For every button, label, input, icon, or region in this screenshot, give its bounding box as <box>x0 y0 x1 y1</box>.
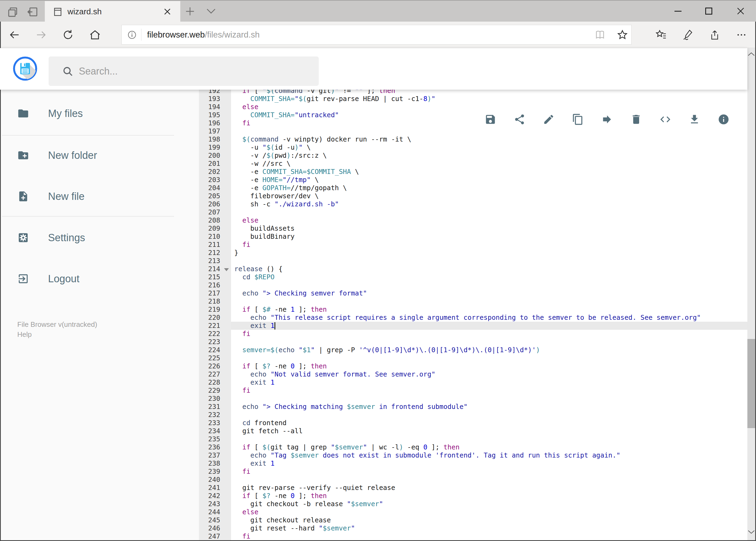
back-icon[interactable] <box>8 29 20 41</box>
code-text[interactable]: release () { <box>231 265 747 273</box>
scroll-up-icon[interactable] <box>748 52 755 59</box>
search-box[interactable] <box>49 56 319 86</box>
code-text[interactable]: semver=$(echo "$1" | grep -P '^v(0|[1-9]… <box>231 346 747 354</box>
code-text[interactable] <box>231 354 747 362</box>
sidebar-item-logout[interactable]: Logout <box>17 268 79 289</box>
share-page-icon[interactable] <box>708 29 720 41</box>
delete-icon[interactable] <box>630 114 642 125</box>
window-close-button[interactable] <box>729 1 752 22</box>
code-text[interactable]: buildBinary <box>231 233 747 241</box>
code-text[interactable]: filebrowser/dev \ <box>231 192 747 200</box>
new-tab-icon[interactable] <box>184 5 196 17</box>
set-tabs-aside-icon[interactable] <box>26 6 38 18</box>
code-text[interactable]: echo "Not valid semver format. See semve… <box>231 370 747 378</box>
copy-icon[interactable] <box>572 114 584 125</box>
code-text[interactable] <box>231 281 747 289</box>
code-text[interactable]: echo "> Checking matching $semver in fro… <box>231 403 747 411</box>
code-text[interactable] <box>231 338 747 346</box>
code-text[interactable] <box>231 257 747 265</box>
code-text[interactable] <box>231 208 747 216</box>
address-bar[interactable]: filebrowser.web/files/wizard.sh <box>122 25 631 45</box>
refresh-icon[interactable] <box>62 29 74 41</box>
code-icon[interactable] <box>659 114 671 125</box>
url-text[interactable]: filebrowser.web/files/wizard.sh <box>147 25 260 44</box>
info-icon[interactable] <box>718 114 730 125</box>
code-text[interactable] <box>231 476 747 484</box>
code-text[interactable]: buildAssets <box>231 225 747 233</box>
code-text[interactable]: if [ $(git tag | grep "$semver" | wc -l)… <box>231 443 747 451</box>
save-icon[interactable] <box>484 114 496 125</box>
code-text[interactable]: } <box>231 249 747 257</box>
scrollbar-thumb[interactable] <box>747 339 755 428</box>
code-text[interactable]: -w //src \ <box>231 160 747 168</box>
scroll-down-icon[interactable] <box>748 530 755 537</box>
code-text[interactable]: echo "> Checking semver format" <box>231 289 747 297</box>
download-icon[interactable] <box>688 114 700 125</box>
code-text[interactable]: else <box>231 103 747 111</box>
code-text[interactable]: cd frontend <box>231 419 747 427</box>
code-editor[interactable]: 192 if [ "$(command -v git)" != "" ]; th… <box>199 90 747 541</box>
code-text[interactable]: git rev-parse --verify --quiet release <box>231 484 747 492</box>
code-text[interactable]: fi <box>231 532 747 540</box>
move-icon[interactable] <box>601 114 613 125</box>
code-text[interactable] <box>231 127 747 135</box>
code-text[interactable]: git fetch --all <box>231 427 747 435</box>
code-text[interactable]: fi <box>231 241 747 249</box>
code-text[interactable]: git checkout release <box>231 516 747 524</box>
sidebar-item-new-folder[interactable]: New folder <box>17 145 97 166</box>
filebrowser-logo[interactable] <box>13 56 37 81</box>
code-text[interactable]: fi <box>231 386 747 395</box>
tab-list-chevron-icon[interactable] <box>205 8 217 16</box>
code-text[interactable]: git reset --hard "$semver" <box>231 524 747 532</box>
page-scrollbar[interactable] <box>747 48 755 541</box>
window-maximize-button[interactable] <box>697 1 720 22</box>
code-text[interactable]: if [ "$(command -v git)" != "" ]; then <box>231 90 747 95</box>
search-input[interactable] <box>79 56 311 86</box>
code-text[interactable]: sh -c "./wizard.sh -b" <box>231 200 747 208</box>
browser-tab[interactable]: wizard.sh <box>45 1 180 22</box>
site-info-icon[interactable] <box>127 30 137 40</box>
code-text[interactable]: else <box>231 216 747 225</box>
forward-icon[interactable] <box>35 29 47 41</box>
code-text[interactable]: -e GOPATH=//tmp/gopath \ <box>231 184 747 192</box>
code-text[interactable]: if [ $? -ne 0 ]; then <box>231 362 747 370</box>
code-text[interactable]: -e COMMIT_SHA=$COMMIT_SHA \ <box>231 168 747 176</box>
sidebar-item-settings[interactable]: Settings <box>17 227 85 249</box>
share-icon[interactable] <box>514 114 526 125</box>
more-menu-icon[interactable] <box>735 29 747 41</box>
code-text[interactable]: -e HOME="//tmp" \ <box>231 176 747 184</box>
tab-preview-icon[interactable] <box>7 6 19 18</box>
edit-icon[interactable] <box>543 114 555 125</box>
code-text[interactable]: else <box>231 508 747 516</box>
code-text[interactable]: exit 1 <box>231 378 747 386</box>
code-text[interactable]: if [ $? -ne 0 ]; then <box>231 492 747 500</box>
web-note-pen-icon[interactable] <box>681 29 693 41</box>
code-text[interactable]: echo "This release script requires a sin… <box>231 313 747 322</box>
window-minimize-button[interactable] <box>666 1 690 22</box>
home-icon[interactable] <box>89 29 101 41</box>
code-text[interactable]: cd $REPO <box>231 273 747 281</box>
code-text[interactable]: COMMIT_SHA="$(git rev-parse HEAD | cut -… <box>231 95 747 103</box>
sidebar-item-my-files[interactable]: My files <box>17 103 83 124</box>
code-text[interactable] <box>231 395 747 403</box>
code-text[interactable] <box>231 435 747 443</box>
code-text[interactable]: $(command -v winpty) docker run --rm -it… <box>231 135 747 144</box>
help-link[interactable]: Help <box>17 329 97 339</box>
code-text[interactable]: -u "$(id -u)" \ <box>231 144 747 152</box>
favorites-hub-icon[interactable] <box>655 29 667 41</box>
code-text[interactable]: echo "Tag $semver does not exist in subm… <box>231 451 747 459</box>
code-text[interactable]: exit 1 <box>231 322 747 330</box>
code-text[interactable]: -v /$(pwd):/src:z \ <box>231 152 747 160</box>
code-text[interactable]: git checkout -b release "$semver" <box>231 500 747 508</box>
reading-view-icon[interactable] <box>595 29 606 40</box>
tab-close-icon[interactable] <box>162 6 173 17</box>
code-text[interactable]: fi <box>231 330 747 338</box>
code-text[interactable] <box>231 411 747 419</box>
code-text[interactable]: if [ $# -ne 1 ]; then <box>231 305 747 313</box>
favorite-star-icon[interactable] <box>617 29 628 41</box>
sidebar-item-new-file[interactable]: New file <box>17 186 85 207</box>
code-text[interactable]: fi <box>231 467 747 476</box>
code-text[interactable] <box>231 297 747 305</box>
fold-toggle-icon[interactable] <box>224 268 229 271</box>
code-text[interactable]: exit 1 <box>231 459 747 467</box>
